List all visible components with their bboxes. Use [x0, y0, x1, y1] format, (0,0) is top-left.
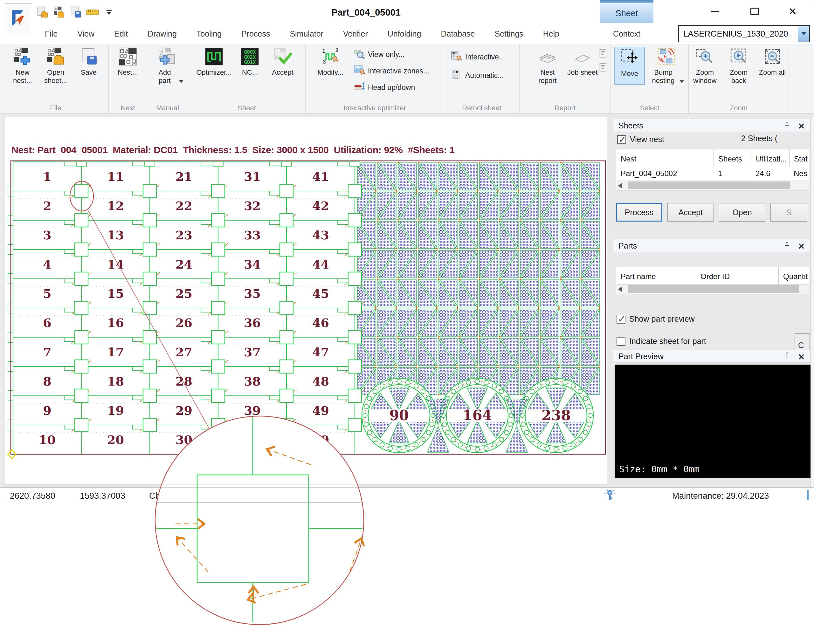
parts-table-header[interactable]: Part name Order ID Quantit — [616, 267, 809, 284]
ribbon-group-zoom: Zoom window Zoom back Zoom all Zoom — [689, 44, 789, 113]
clipped-button[interactable]: S — [771, 203, 807, 222]
menu-item-simulator[interactable]: Simulator — [290, 29, 323, 38]
sheets-hscrollbar[interactable] — [616, 181, 809, 190]
menu-item-verifier[interactable]: Verifier — [343, 29, 368, 38]
zoom-all-button[interactable]: Zoom all — [756, 47, 788, 85]
pin-icon[interactable] — [783, 352, 791, 362]
pin-icon[interactable] — [783, 242, 791, 251]
app-logo-icon — [9, 8, 28, 29]
menu-item-unfolding[interactable]: Unfolding — [388, 29, 421, 38]
view-only-button[interactable]: View only... — [353, 48, 429, 61]
scroll-thumb[interactable] — [628, 181, 790, 189]
main-area: 1234567891011121314151617181920212223242… — [0, 114, 814, 487]
ribbon-group-select: Move Bump nesting Select — [611, 44, 689, 113]
svg-text:90: 90 — [389, 407, 409, 423]
zoom-back-button[interactable]: Zoom back — [723, 47, 754, 85]
head-up-down-button[interactable]: Head up/down — [353, 80, 429, 94]
sheets-table-header[interactable]: Nest Sheets Utilizati... Stat — [616, 149, 809, 167]
checkbox-checked-icon[interactable] — [617, 315, 625, 324]
svg-text:12: 12 — [107, 199, 124, 213]
close-panel-icon[interactable]: ✕ — [798, 242, 805, 250]
ribbon-group-report: Nest report Job sheet Report — [519, 44, 611, 113]
menu-item-file[interactable]: File — [45, 29, 58, 38]
menu-item-tooling[interactable]: Tooling — [197, 29, 222, 38]
view-nest-checkbox[interactable]: View nest — [617, 135, 664, 144]
chevron-down-icon[interactable] — [798, 26, 809, 41]
nest-canvas[interactable]: 1234567891011121314151617181920212223242… — [4, 117, 607, 485]
optimizer-button[interactable]: Optimizer... — [195, 47, 232, 77]
panel-scrollbar[interactable] — [811, 117, 814, 487]
checkbox-unchecked-icon[interactable] — [617, 337, 625, 346]
svg-text:16: 16 — [107, 316, 124, 330]
menu-item-help[interactable]: Help — [543, 29, 559, 38]
menu-item-view[interactable]: View — [77, 29, 94, 38]
menu-item-drawing[interactable]: Drawing — [147, 29, 177, 38]
close-panel-icon[interactable]: ✕ — [798, 122, 805, 130]
quick-save-icon[interactable] — [69, 5, 83, 19]
scroll-left-icon[interactable] — [618, 183, 622, 188]
svg-text:3: 3 — [43, 228, 51, 242]
scroll-thumb[interactable] — [628, 285, 799, 293]
svg-text:34: 34 — [244, 257, 261, 271]
license-key-icon — [604, 489, 616, 501]
add-part-button[interactable]: Add part — [152, 47, 183, 85]
maximize-button[interactable] — [747, 4, 762, 19]
svg-text:33: 33 — [244, 228, 261, 242]
checkbox-checked-icon[interactable] — [617, 135, 626, 144]
report-doc2-icon[interactable] — [598, 63, 608, 74]
accept-button[interactable]: Accept — [267, 47, 298, 77]
report-doc-icon[interactable] — [598, 49, 608, 60]
interactive-zones-button[interactable]: Interactive zones... — [353, 64, 429, 78]
retool-automatic-button[interactable]: Automatic... — [450, 68, 505, 82]
svg-text:35: 35 — [244, 287, 261, 301]
quick-open-nest-icon[interactable] — [52, 5, 66, 19]
menu-item-database[interactable]: Database — [441, 29, 475, 38]
svg-text:164: 164 — [463, 407, 492, 423]
nest-report-button[interactable]: Nest report — [532, 47, 563, 85]
open-sheet-button[interactable]: Open sheet... — [40, 47, 72, 85]
customize-toolbar-icon[interactable] — [106, 10, 112, 15]
ribbon-group-file: New nest... Open sheet... Save File — [3, 44, 109, 113]
move-button[interactable]: Move — [614, 47, 645, 85]
parts-hscrollbar[interactable] — [616, 284, 809, 294]
sheets-table-row[interactable]: Part_004_05002 1 24.6 Nes — [616, 167, 809, 181]
close-button[interactable]: ✕ — [785, 4, 800, 19]
menu-item-process[interactable]: Process — [241, 29, 270, 38]
save-button[interactable]: Save — [73, 47, 104, 85]
quick-new-nest-icon[interactable] — [36, 5, 50, 19]
tab-sheet[interactable]: Sheet — [600, 0, 653, 23]
part-preview-viewport[interactable]: Size: 0mm * 0mm — [614, 365, 812, 478]
modify-button[interactable]: 123 Modify... — [314, 47, 347, 77]
menu-item-settings[interactable]: Settings — [495, 29, 523, 38]
app-logo-button[interactable] — [5, 3, 32, 34]
menu-item-edit[interactable]: Edit — [114, 29, 128, 38]
nc-button[interactable]: G00XG02XG01X NC... — [236, 47, 264, 77]
ribbon: New nest... Open sheet... Save File Nest… — [0, 44, 814, 114]
scroll-left-icon[interactable] — [618, 287, 622, 292]
status-caret — [807, 490, 809, 500]
new-nest-icon — [13, 47, 32, 66]
nest-button[interactable]: Nest... — [112, 47, 144, 77]
pin-icon[interactable] — [783, 121, 791, 131]
title-bar: Part_004_05001 Sheet ✕ — [0, 0, 814, 23]
menu-bar: FileViewEditDrawingToolingProcessSimulat… — [0, 23, 814, 44]
open-button[interactable]: Open — [719, 203, 765, 222]
job-sheet-button[interactable]: Job sheet — [567, 47, 598, 85]
machine-selector[interactable]: LASERGENIUS_1530_2020 — [678, 25, 810, 42]
retool-automatic-icon — [450, 69, 463, 82]
svg-text:37: 37 — [244, 345, 261, 359]
show-part-preview-checkbox[interactable]: Show part preview — [617, 314, 695, 324]
bump-nesting-button[interactable]: Bump nesting — [647, 47, 685, 85]
close-panel-icon[interactable]: ✕ — [798, 353, 805, 361]
minimize-button[interactable] — [708, 4, 723, 19]
svg-text:39: 39 — [244, 403, 261, 418]
new-nest-button[interactable]: New nest... — [7, 47, 38, 85]
indicate-sheet-checkbox[interactable]: Indicate sheet for part — [617, 337, 706, 346]
view-only-icon — [353, 48, 366, 61]
zoom-window-button[interactable]: Zoom window — [689, 47, 721, 85]
ruler-icon[interactable] — [86, 5, 100, 19]
retool-interactive-button[interactable]: Interactive... — [450, 50, 505, 64]
accept-sheet-button[interactable]: Accept — [667, 203, 714, 222]
process-button[interactable]: Process — [616, 203, 662, 222]
svg-text:21: 21 — [175, 169, 192, 184]
